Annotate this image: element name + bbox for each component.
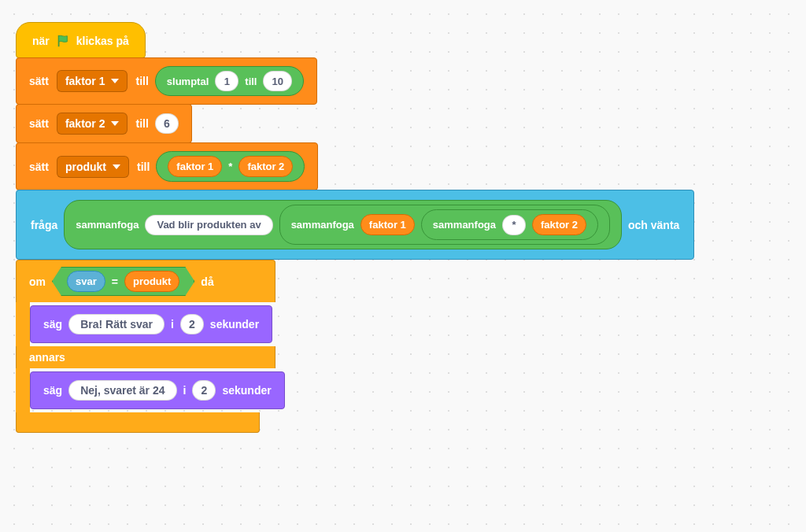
hat-suffix: klickas på bbox=[76, 35, 129, 47]
answer-reporter[interactable]: svar bbox=[67, 271, 105, 292]
join-reporter-1[interactable]: sammanfoga Vad blir produkten av sammanf… bbox=[64, 200, 622, 249]
join-label: sammanfoga bbox=[76, 219, 139, 231]
variable-reporter[interactable]: faktor 1 bbox=[360, 214, 415, 235]
join-reporter-3[interactable]: sammanfoga * faktor 2 bbox=[421, 209, 598, 240]
say-for-secs-block-1[interactable]: säg Bra! Rätt svar i 2 sekunder bbox=[30, 305, 272, 343]
set-label: sätt bbox=[29, 117, 49, 130]
random-from-input[interactable]: 1 bbox=[215, 71, 238, 91]
join-reporter-2[interactable]: sammanfoga faktor 1 sammanfoga * faktor … bbox=[279, 205, 610, 245]
hat-prefix: när bbox=[32, 35, 50, 47]
say-text-input[interactable]: Bra! Rätt svar bbox=[68, 314, 165, 334]
to-label: till bbox=[137, 161, 150, 173]
join-label: sammanfoga bbox=[291, 219, 354, 231]
to-label: till bbox=[135, 75, 148, 87]
join-text-input[interactable]: Vad blir produkten av bbox=[145, 215, 272, 235]
to-label: till bbox=[135, 117, 148, 130]
say-for-secs-block-2[interactable]: säg Nej, svaret är 24 i 2 sekunder bbox=[30, 371, 285, 409]
script-stack: när klickas på sätt faktor 1 till slumpt… bbox=[16, 22, 790, 433]
if-body: säg Bra! Rätt svar i 2 sekunder bbox=[16, 302, 285, 346]
if-label: om bbox=[29, 275, 46, 288]
variable-dropdown[interactable]: produkt bbox=[57, 156, 129, 178]
say-suffix: sekunder bbox=[210, 318, 259, 331]
set-variable-block-3[interactable]: sätt produkt till faktor 1 * faktor 2 bbox=[16, 142, 318, 190]
say-secs-input[interactable]: 2 bbox=[180, 314, 204, 334]
say-in-label: i bbox=[171, 318, 174, 331]
variable-reporter[interactable]: faktor 2 bbox=[532, 214, 586, 235]
variable-reporter[interactable]: faktor 2 bbox=[238, 156, 293, 177]
then-label: då bbox=[201, 275, 213, 288]
set-variable-block-1[interactable]: sätt faktor 1 till slumptal 1 till 10 bbox=[16, 57, 317, 105]
set-variable-block-2[interactable]: sätt faktor 2 till 6 bbox=[16, 104, 192, 143]
variable-reporter[interactable]: produkt bbox=[124, 271, 179, 292]
say-label: säg bbox=[43, 318, 62, 331]
ask-label: fråga bbox=[31, 219, 57, 231]
equals-op: = bbox=[112, 275, 118, 288]
say-suffix: sekunder bbox=[222, 384, 271, 397]
else-label: annars bbox=[29, 351, 65, 364]
set-label: sätt bbox=[29, 75, 49, 87]
pick-random-reporter[interactable]: slumptal 1 till 10 bbox=[155, 66, 304, 96]
and-wait-label: och vänta bbox=[628, 219, 679, 231]
value-input[interactable]: 6 bbox=[155, 113, 179, 134]
else-body: säg Nej, svaret är 24 i 2 sekunder bbox=[16, 368, 285, 412]
multiply-op: * bbox=[228, 161, 232, 172]
else-label-row[interactable]: annars bbox=[16, 346, 275, 368]
variable-reporter[interactable]: faktor 1 bbox=[168, 156, 222, 177]
variable-dropdown[interactable]: faktor 2 bbox=[57, 113, 128, 135]
random-to-label: till bbox=[245, 76, 257, 87]
say-text-input[interactable]: Nej, svaret är 24 bbox=[68, 380, 176, 401]
multiply-reporter[interactable]: faktor 1 * faktor 2 bbox=[156, 151, 305, 182]
ask-and-wait-block[interactable]: fråga sammanfoga Vad blir produkten av s… bbox=[16, 190, 694, 260]
join-text-input[interactable]: * bbox=[502, 215, 526, 235]
if-top[interactable]: om svar = produkt då bbox=[16, 260, 275, 302]
random-to-input[interactable]: 10 bbox=[263, 71, 291, 91]
join-label: sammanfoga bbox=[433, 219, 496, 231]
if-bottom bbox=[16, 412, 260, 433]
set-label: sätt bbox=[29, 161, 49, 173]
say-in-label: i bbox=[183, 384, 187, 397]
event-hat-block[interactable]: när klickas på bbox=[16, 22, 146, 58]
say-label: säg bbox=[43, 384, 62, 397]
if-else-block[interactable]: om svar = produkt då säg Bra! Rätt svar … bbox=[16, 260, 285, 433]
random-label: slumptal bbox=[167, 76, 209, 87]
green-flag-icon bbox=[56, 34, 70, 48]
equals-boolean[interactable]: svar = produkt bbox=[52, 267, 194, 296]
variable-dropdown[interactable]: faktor 1 bbox=[57, 70, 128, 92]
say-secs-input[interactable]: 2 bbox=[192, 380, 216, 401]
